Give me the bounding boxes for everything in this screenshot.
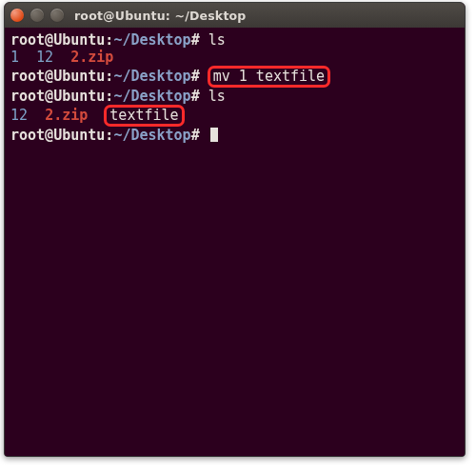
terminal-line: 12 2.zip textfile (10, 105, 459, 127)
highlight-box: textfile (104, 105, 184, 127)
terminal-window: root@Ubuntu: ~/Desktop root@Ubuntu:~/Des… (4, 2, 466, 457)
prompt-path: ~/Desktop (113, 31, 190, 49)
close-icon[interactable] (10, 9, 24, 22)
command-text: ls (208, 88, 226, 105)
cursor-icon (210, 128, 218, 142)
window-title: root@Ubuntu: ~/Desktop (74, 9, 247, 23)
terminal-body[interactable]: root@Ubuntu:~/Desktop# ls 1 12 2.zip roo… (5, 28, 465, 456)
ls-output-item: 12 (10, 107, 28, 124)
terminal-line: 1 12 2.zip (10, 49, 459, 66)
ls-output-item: 2.zip (45, 107, 88, 124)
prompt-user: root@Ubuntu (10, 127, 105, 144)
ls-output-item: 1 (10, 49, 19, 66)
ls-output-item: 2.zip (70, 49, 113, 66)
prompt-path: ~/Desktop (113, 88, 190, 105)
highlight-box: mv 1 textfile (208, 66, 330, 88)
command-text: mv 1 textfile (213, 68, 325, 85)
title-bar[interactable]: root@Ubuntu: ~/Desktop (5, 3, 465, 29)
prompt-user: root@Ubuntu (10, 68, 105, 85)
prompt-user: root@Ubuntu (10, 31, 105, 49)
prompt-user: root@Ubuntu (10, 88, 105, 105)
ls-output-item: 12 (36, 49, 53, 66)
maximize-icon[interactable] (50, 9, 64, 22)
prompt-path: ~/Desktop (113, 127, 190, 144)
terminal-line: root@Ubuntu:~/Desktop# (10, 127, 459, 144)
command-text: ls (208, 31, 226, 49)
terminal-line: root@Ubuntu:~/Desktop# ls (10, 88, 459, 105)
minimize-icon[interactable] (30, 9, 44, 22)
terminal-line: root@Ubuntu:~/Desktop# mv 1 textfile (10, 66, 459, 88)
prompt-path: ~/Desktop (113, 68, 190, 85)
ls-output-item: textfile (109, 107, 178, 124)
terminal-line: root@Ubuntu:~/Desktop# ls (10, 31, 459, 49)
